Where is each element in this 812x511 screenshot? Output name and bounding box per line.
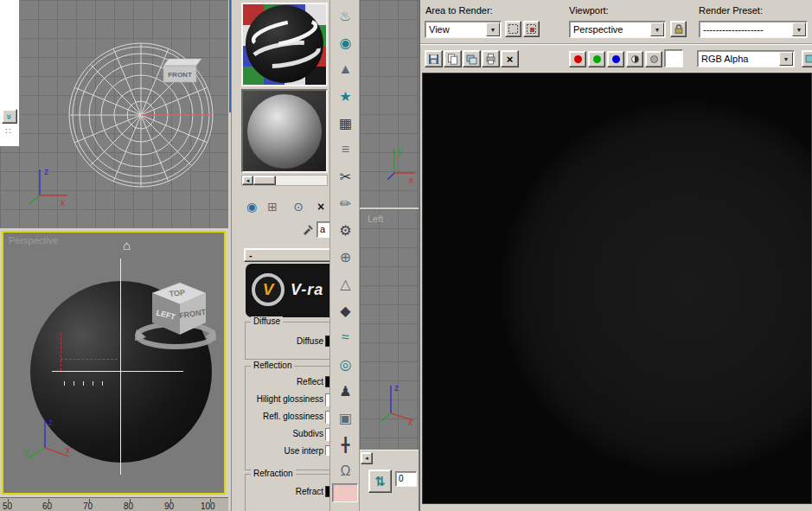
alpha-channel-button[interactable]	[645, 51, 662, 67]
toolstrip-scissors-icon[interactable]: ✂	[332, 164, 359, 188]
render-canvas[interactable]	[422, 73, 812, 504]
front-viewcube[interactable]: FRONT	[158, 55, 203, 86]
diffuse-group: Diffuse Diffuse	[245, 322, 329, 360]
toolstrip-omega-icon[interactable]: Ω	[332, 459, 359, 483]
chevrons-down-icon: »	[4, 113, 15, 118]
material-sample-slot[interactable]	[241, 89, 328, 173]
track-toggle-button[interactable]: ⇅	[368, 469, 392, 493]
viewport-label[interactable]: Left	[368, 214, 383, 224]
chevron-down-icon[interactable]: ▼	[779, 52, 793, 66]
save-image-button[interactable]	[425, 50, 443, 67]
track-bar[interactable]: 50 60 70 80 90 100	[0, 497, 228, 511]
auto-region-icon	[526, 23, 537, 35]
green-channel-button[interactable]	[588, 51, 605, 67]
channel-display-select[interactable]: RGB Alpha ▼	[697, 50, 795, 67]
clone-icon	[466, 54, 477, 65]
front-viewport[interactable]: FRONT z x » ∷	[0, 0, 228, 228]
get-material-sphere-icon[interactable]: ◉	[242, 198, 261, 215]
scroll-left-icon: ◄	[364, 456, 369, 461]
x-axis-label: x	[408, 418, 412, 427]
scroll-left-button[interactable]: ◄	[361, 452, 373, 464]
scroll-left-button[interactable]: ◄	[242, 176, 253, 185]
tick-mark	[64, 381, 65, 386]
home-icon[interactable]: ⌂	[123, 238, 131, 252]
clear-x-icon: ×	[507, 53, 514, 66]
tool-strip: ♨ ◉ ▲ ★ ▦ ≡ ✂ ✏ ⚙ ⊕ △ ◆ ≈ ◎ ♟ ▣ ╋ Ω	[329, 0, 360, 511]
toolstrip-teapot-icon[interactable]: ♨	[332, 3, 359, 28]
chevron-down-icon[interactable]: ▼	[650, 22, 664, 36]
toolstrip-stack-icon[interactable]: ≡	[332, 137, 359, 162]
viewport-value: Perspective	[570, 24, 650, 35]
delete-material-icon[interactable]: ×	[311, 198, 329, 215]
toolstrip-plus-circle-icon[interactable]: ⊕	[332, 245, 359, 269]
selected-range-field[interactable]	[332, 483, 358, 502]
toolstrip-gear-icon[interactable]: ⚙	[332, 218, 359, 242]
top-viewport-sliver[interactable]: y x	[360, 0, 419, 208]
copy-image-button[interactable]	[444, 50, 462, 67]
alpha-channel-icon	[650, 55, 658, 63]
material-sample-active[interactable]	[241, 3, 328, 86]
area-to-render-select[interactable]: View ▼	[425, 21, 502, 38]
toolstrip-star-icon[interactable]: ★	[332, 84, 359, 108]
viewport-label[interactable]: Perspective	[9, 235, 58, 246]
perspective-axis-tripod: z x y	[22, 410, 78, 462]
clear-image-button[interactable]: ×	[501, 50, 519, 67]
region-icon	[508, 23, 519, 35]
toolstrip-wind-icon[interactable]: ◎	[332, 352, 359, 376]
frame-number-field[interactable]: 0	[395, 471, 417, 487]
collapse-button[interactable]: »	[2, 109, 17, 124]
tick-mark	[93, 381, 93, 386]
mono-channel-icon	[631, 55, 639, 63]
auto-region-button[interactable]	[523, 21, 540, 37]
toolstrip-box-icon[interactable]: ▣	[332, 406, 359, 430]
scrollbar-thumb[interactable]	[253, 176, 276, 185]
viewport-sliver-column: y x Left z x ◄ ⇅ 0	[360, 0, 419, 511]
toolstrip-sphere-icon[interactable]: ◉	[332, 30, 359, 54]
viewcube-front-label: FRONT	[168, 71, 192, 79]
viewport-select[interactable]: Perspective ▼	[569, 21, 666, 38]
toolstrip-diamond-icon[interactable]: ◆	[332, 298, 359, 323]
background-color-swatch[interactable]	[664, 49, 683, 67]
rollout-header[interactable]: -	[244, 248, 329, 262]
area-to-render-value: View	[425, 24, 486, 35]
toolstrip-pencil-icon[interactable]: ✏	[332, 191, 359, 215]
frame-tick-label: 100	[201, 501, 215, 511]
toolstrip-figure-icon[interactable]: ♟	[332, 379, 359, 403]
material-name-field[interactable]: a	[316, 221, 329, 238]
eyedropper-icon[interactable]	[301, 222, 314, 236]
chevron-down-icon[interactable]: ▼	[486, 22, 500, 36]
viewcube[interactable]: TOP LEFT FRONT	[135, 272, 216, 354]
toolstrip-checker-icon[interactable]: ▦	[332, 111, 359, 135]
vray-logo-icon: V	[252, 273, 285, 306]
tick-mark	[74, 381, 74, 386]
status-panel-sliver: ◄ ⇅ 0	[360, 450, 419, 511]
toolstrip-cross-icon[interactable]: ╋	[332, 432, 359, 457]
toolstrip-triangle-icon[interactable]: △	[332, 271, 359, 296]
perspective-viewport[interactable]: Perspective ⌂ TOP LEFT	[0, 229, 228, 497]
clone-window-button[interactable]	[463, 50, 481, 67]
lock-viewport-button[interactable]	[670, 21, 687, 37]
toolstrip-cone-icon[interactable]: ▲	[332, 57, 359, 81]
red-channel-button[interactable]	[569, 51, 586, 67]
chevron-down-icon[interactable]: ▼	[792, 22, 806, 36]
edit-region-button[interactable]	[505, 21, 521, 37]
sample-scrollbar[interactable]: ◄	[241, 175, 328, 186]
toolbar-separator	[420, 43, 812, 45]
top-axis-tripod: y x	[380, 142, 419, 187]
blue-channel-button[interactable]	[607, 51, 624, 67]
rollout-minus-icon: -	[249, 250, 253, 260]
x-axis-label: x	[66, 445, 70, 455]
viewcube-top-label[interactable]: TOP	[169, 288, 185, 298]
material-grid-icon[interactable]: ⊞	[263, 198, 282, 215]
3dsmax-workspace: FRONT z x » ∷ Perspective ⌂	[0, 0, 812, 511]
render-preset-select[interactable]: ------------------- ▼	[699, 21, 808, 38]
left-axis-tripod: z x	[375, 375, 417, 427]
left-viewport[interactable]: Left z x	[360, 209, 419, 450]
print-image-button[interactable]	[482, 50, 500, 67]
toolstrip-water-icon[interactable]: ≈	[332, 325, 359, 349]
assign-material-icon[interactable]: ⊙	[289, 198, 308, 215]
area-to-render-label: Area to Render:	[425, 5, 493, 16]
subdivs-label: Subdivs	[247, 429, 323, 438]
mono-channel-button[interactable]	[626, 51, 643, 67]
clipped-toolbar-button[interactable]	[802, 50, 812, 67]
